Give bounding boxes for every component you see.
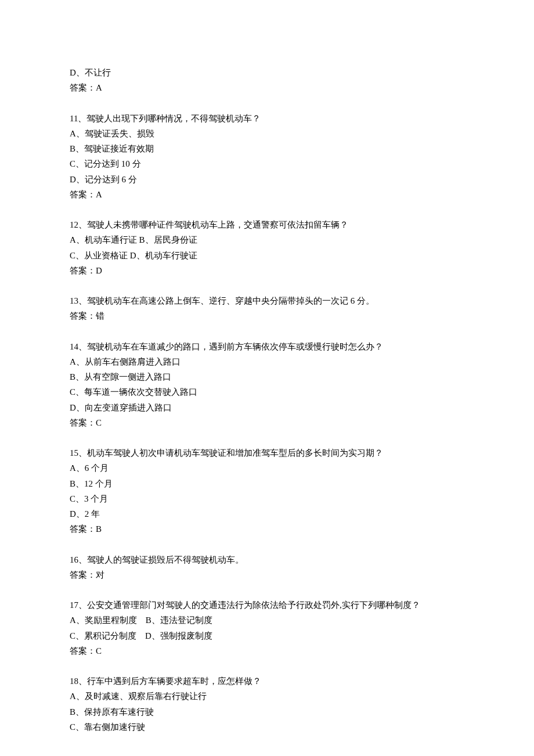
question-block: 13、驾驶机动车在高速公路上倒车、逆行、穿越中央分隔带掉头的一次记 6 分。答案…	[70, 293, 464, 324]
question-block: 17、公安交通管理部门对驾驶人的交通违法行为除依法给予行政处罚外,实行下列哪种制…	[70, 597, 464, 658]
text-line: 13、驾驶机动车在高速公路上倒车、逆行、穿越中央分隔带掉头的一次记 6 分。	[70, 293, 464, 308]
text-line: B、从有空隙一侧进入路口	[70, 369, 464, 384]
text-line: 14、驾驶机动车在车道减少的路口，遇到前方车辆依次停车或缓慢行驶时怎么办？	[70, 339, 464, 354]
text-line: 答案：A	[70, 187, 464, 202]
text-line: A、驾驶证丢失、损毁	[70, 126, 464, 141]
question-block: D、不让行答案：A	[70, 65, 464, 96]
question-block: 18、行车中遇到后方车辆要求超车时，应怎样做？A、及时减速、观察后靠右行驶让行B…	[70, 674, 464, 735]
text-line: 15、机动车驾驶人初次申请机动车驾驶证和增加准驾车型后的多长时间为实习期？	[70, 445, 464, 460]
question-block: 16、驾驶人的驾驶证损毁后不得驾驶机动车。答案：对	[70, 552, 464, 583]
text-line: B、驾驶证接近有效期	[70, 141, 464, 156]
text-line: C、每车道一辆依次交替驶入路口	[70, 384, 464, 399]
text-line: 11、驾驶人出现下列哪种情况，不得驾驶机动车？	[70, 111, 464, 126]
text-line: A、机动车通行证 B、居民身份证	[70, 232, 464, 247]
question-block: 14、驾驶机动车在车道减少的路口，遇到前方车辆依次停车或缓慢行驶时怎么办？A、从…	[70, 339, 464, 431]
text-line: C、从业资格证 D、机动车行驶证	[70, 248, 464, 263]
text-line: D、2 年	[70, 506, 464, 521]
text-line: 答案：A	[70, 80, 464, 95]
text-line: B、12 个月	[70, 476, 464, 491]
text-line: D、不让行	[70, 65, 464, 80]
document-page: D、不让行答案：A11、驾驶人出现下列哪种情况，不得驾驶机动车？A、驾驶证丢失、…	[0, 0, 534, 756]
text-line: C、靠右侧加速行驶	[70, 719, 464, 735]
text-line: 18、行车中遇到后方车辆要求超车时，应怎样做？	[70, 674, 464, 689]
text-line: 答案：对	[70, 567, 464, 582]
text-line: 答案：D	[70, 263, 464, 278]
text-line: 17、公安交通管理部门对驾驶人的交通违法行为除依法给予行政处罚外,实行下列哪种制…	[70, 597, 464, 613]
text-line: D、向左变道穿插进入路口	[70, 400, 464, 415]
text-line: C、累积记分制度 D、强制报废制度	[70, 628, 464, 643]
text-line: 答案：C	[70, 415, 464, 430]
text-line: B、保持原有车速行驶	[70, 704, 464, 719]
question-block: 12、驾驶人未携带哪种证件驾驶机动车上路，交通警察可依法扣留车辆？A、机动车通行…	[70, 217, 464, 278]
text-line: A、从前车右侧路肩进入路口	[70, 354, 464, 369]
text-line: A、及时减速、观察后靠右行驶让行	[70, 689, 464, 704]
text-line: D、记分达到 6 分	[70, 172, 464, 187]
text-line: 12、驾驶人未携带哪种证件驾驶机动车上路，交通警察可依法扣留车辆？	[70, 217, 464, 232]
text-line: C、记分达到 10 分	[70, 156, 464, 171]
text-line: 答案：错	[70, 308, 464, 323]
text-line: A、奖励里程制度 B、违法登记制度	[70, 613, 464, 628]
text-line: 答案：B	[70, 521, 464, 537]
text-line: C、3 个月	[70, 491, 464, 506]
question-block: 11、驾驶人出现下列哪种情况，不得驾驶机动车？A、驾驶证丢失、损毁B、驾驶证接近…	[70, 111, 464, 203]
text-line: 16、驾驶人的驾驶证损毁后不得驾驶机动车。	[70, 552, 464, 567]
text-line: 答案：C	[70, 643, 464, 658]
text-line: A、6 个月	[70, 460, 464, 476]
question-block: 15、机动车驾驶人初次申请机动车驾驶证和增加准驾车型后的多长时间为实习期？A、6…	[70, 445, 464, 537]
